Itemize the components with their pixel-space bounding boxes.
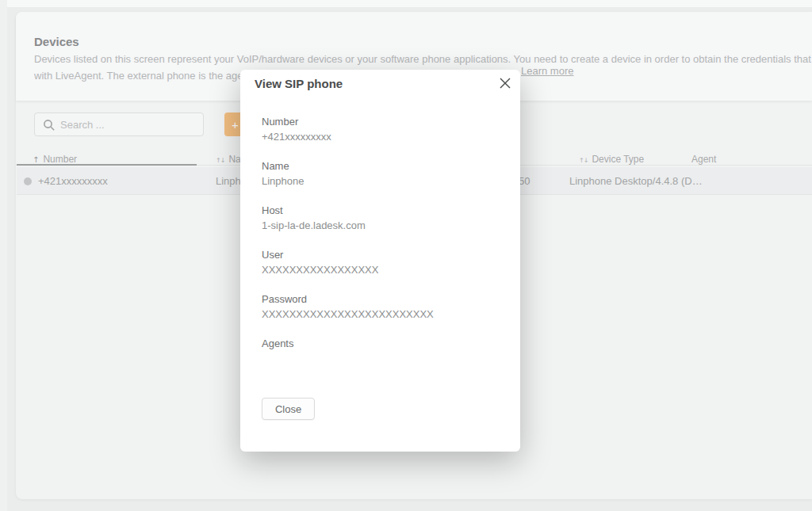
view-sip-phone-modal: View SIP phone Number +421xxxxxxxxx Name… <box>240 70 520 452</box>
top-strip <box>0 0 812 7</box>
field-label: Name <box>262 160 500 173</box>
field-value: Linphone <box>262 175 500 188</box>
close-button[interactable]: Close <box>262 398 315 420</box>
field-value <box>262 353 500 365</box>
learn-more-link[interactable]: Learn more <box>521 65 573 77</box>
page-description-line1: Devices listed on this screen represent … <box>34 53 812 65</box>
search-icon <box>43 119 56 132</box>
field-name: Name Linphone <box>262 160 500 188</box>
field-value: 1-sip-la-de.ladesk.com <box>262 219 500 232</box>
field-value: +421xxxxxxxxx <box>262 131 500 143</box>
modal-title: View SIP phone <box>255 77 343 90</box>
field-label: Password <box>262 293 500 306</box>
field-agents: Agents <box>262 337 500 365</box>
column-header-number[interactable]: ↑Number <box>33 154 77 165</box>
plus-icon: + <box>232 118 239 132</box>
field-user: User XXXXXXXXXXXXXXXXX <box>262 249 500 276</box>
field-number: Number +421xxxxxxxxx <box>262 116 500 143</box>
left-strip <box>0 0 7 511</box>
cell-number: +421xxxxxxxxx <box>38 175 108 187</box>
search-input[interactable] <box>60 114 199 135</box>
close-icon[interactable] <box>499 77 511 90</box>
field-label: Number <box>262 116 500 128</box>
field-host: Host 1-sip-la-de.ladesk.com <box>262 204 500 232</box>
field-value: XXXXXXXXXXXXXXXXX <box>262 264 500 276</box>
field-password: Password XXXXXXXXXXXXXXXXXXXXXXXXX <box>262 293 500 321</box>
field-value: XXXXXXXXXXXXXXXXXXXXXXXXX <box>262 308 500 321</box>
field-label: Host <box>262 204 500 217</box>
sorted-column-underline <box>17 164 197 166</box>
cell-device-type: Linphone Desktop/4.4.8 (D… <box>569 175 703 187</box>
sort-icon: ↑↓ <box>579 157 588 164</box>
sort-ascending-icon: ↑ <box>33 155 39 164</box>
cell-port-fragment: 50 <box>519 175 530 187</box>
sort-icon: ↑↓ <box>216 157 224 164</box>
page-title: Devices <box>34 35 79 48</box>
field-label: Agents <box>262 337 500 350</box>
column-header-agent[interactable]: Agent <box>691 154 716 165</box>
device-status-dot <box>24 177 32 185</box>
search-box <box>34 112 204 136</box>
column-header-device-type[interactable]: ↑↓Device Type <box>579 154 644 165</box>
field-label: User <box>262 249 500 261</box>
